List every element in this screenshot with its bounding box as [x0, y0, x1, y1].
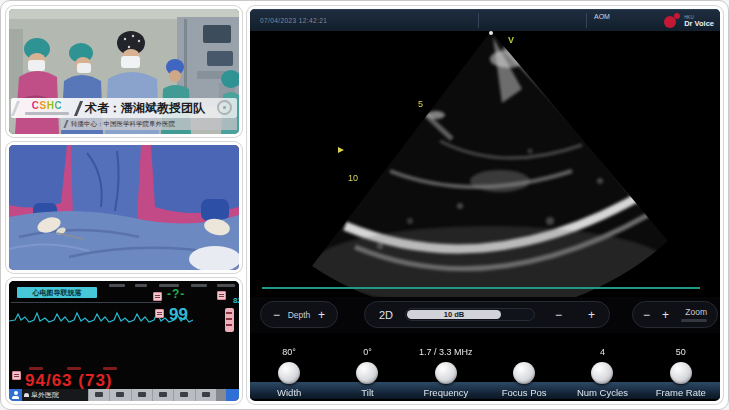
spo2-alarm-icon [155, 309, 164, 318]
orientation-marker-v: V [508, 35, 514, 45]
monitor-softkeys [88, 389, 216, 401]
conference-logo-text: CSHC [32, 101, 62, 111]
video-column: CSHC 术者：潘湘斌教授团队 转播中心：中国医学科学院阜外医院 [6, 6, 242, 404]
taskbar-grey-button[interactable] [216, 389, 226, 401]
monitor-menu-item [135, 284, 147, 287]
gain-plus-button[interactable]: + [588, 309, 595, 321]
depth-control: − Depth + [260, 301, 338, 328]
gain-slider-fill[interactable]: 10 dB [407, 310, 501, 319]
ultrasound-quick-controls: − Depth + 2D 10 dB − + − + [250, 297, 720, 333]
softkey-button[interactable] [88, 389, 109, 401]
gain-slider[interactable]: 10 dB [405, 308, 535, 321]
heart-rate-value: -?- [167, 287, 185, 301]
monitor-menu-item [191, 284, 207, 287]
patient-info-icon[interactable] [9, 389, 22, 401]
topbar-separator [478, 13, 479, 28]
softkey-button[interactable] [131, 389, 152, 401]
banner-slash-divider [74, 101, 83, 116]
frequency-value: 1.7 / 3.3 MHz [419, 347, 473, 360]
2d-mode-label: 2D [379, 309, 393, 321]
live-surgery-broadcast-screen: CSHC 术者：潘湘斌教授团队 转播中心：中国医学科学院阜外医院 [0, 0, 729, 410]
ultrasound-panel: 07/04/2023 12:42:21 M5Sc-RS FW MI 0.9 TI… [247, 6, 723, 404]
gain-minus-button[interactable]: − [555, 309, 562, 321]
nibp-label [103, 367, 117, 370]
conference-logo-subline [25, 112, 69, 115]
frequency-knob[interactable] [435, 362, 457, 384]
tilt-knob[interactable] [356, 362, 378, 384]
knob-frame-rate: 50 Frame Rate [642, 347, 720, 401]
baseline-divider [262, 287, 700, 289]
softkey-button[interactable] [109, 389, 130, 401]
softkey-button[interactable] [173, 389, 194, 401]
hr-alarm-icon [153, 292, 162, 301]
depth-minus-button[interactable]: − [273, 309, 280, 321]
depth-label-5: 5 [418, 99, 423, 109]
width-knob[interactable] [278, 362, 300, 384]
patient-monitor[interactable]: 心电图导联脱落 -?- 82 99 94/63 (73) [6, 278, 242, 404]
monitor-taskbar: 阜外医院 [9, 389, 239, 401]
operator-title: 术者：潘湘斌教授团队 [85, 100, 205, 117]
knob-frequency: 1.7 / 3.3 MHz Frequency [407, 347, 485, 401]
depth-label: Depth [288, 310, 311, 320]
taskbar-blue-button[interactable] [226, 389, 239, 401]
banner-sub-slash [63, 120, 68, 128]
knob-width: 80° Width [250, 347, 328, 401]
pleth-waveform [9, 305, 194, 329]
frame-rate-knob[interactable] [670, 362, 692, 384]
knob-focus-pos: Focus Pos [485, 347, 563, 401]
num-cycles-label: Num Cycles [577, 385, 628, 401]
conference-logo: CSHC [22, 101, 72, 115]
zoom-control: − + Zoom [632, 301, 718, 328]
knob-tilt: 0° Tilt [328, 347, 406, 401]
focus-pos-label: Focus Pos [502, 385, 547, 401]
pulse-rate-value: 82 [233, 296, 242, 305]
broadcast-center-label: 转播中心：中国医学科学院阜外医院 [71, 120, 175, 129]
zoom-plus-button[interactable]: + [662, 309, 669, 321]
bell-icon [24, 393, 29, 397]
hospital-label: 阜外医院 [22, 389, 88, 401]
pr-alarm-icon [217, 291, 226, 300]
patient-monitor-screen: 心电图导联脱落 -?- 82 99 94/63 (73) [9, 281, 239, 401]
frame-rate-value: 50 [676, 347, 686, 360]
brand-logo-icon [664, 12, 681, 29]
zoom-label: Zoom [685, 307, 707, 317]
zoom-minus-button[interactable]: − [643, 309, 650, 321]
surgical-field-scene [9, 145, 239, 270]
broadcast-banner: CSHC 术者：潘湘斌教授团队 转播中心：中国医学科学院阜外医院 [11, 98, 237, 130]
video-feed-operating-room[interactable]: CSHC 术者：潘湘斌教授团队 转播中心：中国医学科学院阜外医院 [6, 6, 242, 137]
zoom-sub-readout [681, 319, 707, 322]
imaging-mode-label: AOM [594, 13, 610, 20]
frequency-label: Frequency [423, 385, 468, 401]
knob-num-cycles: 4 Num Cycles [563, 347, 641, 401]
width-value: 80° [282, 347, 296, 360]
ultrasound-image-area[interactable]: V 5 10 [250, 31, 720, 297]
gain-value: 10 dB [444, 310, 464, 319]
ultrasound-topbar: 07/04/2023 12:42:21 M5Sc-RS FW MI 0.9 TI… [250, 9, 720, 31]
nibp-alarm-icon [12, 371, 21, 380]
monitor-menu-item [217, 284, 235, 287]
alarm-message-tab[interactable]: 心电图导联脱落 [17, 287, 97, 298]
focus-pos-knob[interactable] [513, 362, 535, 384]
num-cycles-knob[interactable] [591, 362, 613, 384]
topbar-separator [586, 13, 587, 28]
num-cycles-value: 4 [600, 347, 605, 360]
watermark-emblem [217, 100, 232, 115]
softkey-button[interactable] [195, 389, 216, 401]
nibp-label [67, 367, 81, 370]
depth-label-10: 10 [348, 173, 358, 183]
tilt-label: Tilt [361, 385, 373, 401]
monitor-menu-item [109, 284, 125, 287]
tilt-value: 0° [363, 347, 372, 360]
apex-marker [489, 31, 493, 35]
nibp-value: 94/63 (73) [25, 371, 113, 391]
nibp-label [29, 367, 43, 370]
perfusion-gauge [225, 308, 234, 332]
ecg-flatline-trace [11, 302, 161, 303]
frame-rate-label: Frame Rate [656, 385, 706, 401]
softkey-button[interactable] [152, 389, 173, 401]
ultrasound-knob-row: 80° Width 0° Tilt 1.7 / 3.3 MHz Frequenc… [250, 333, 720, 401]
broadcast-center-line: 转播中心：中国医学科学院阜外医院 [61, 118, 237, 130]
depth-plus-button[interactable]: + [318, 309, 325, 321]
banner-slash-left [11, 101, 20, 116]
video-feed-surgical-field[interactable] [6, 142, 242, 273]
